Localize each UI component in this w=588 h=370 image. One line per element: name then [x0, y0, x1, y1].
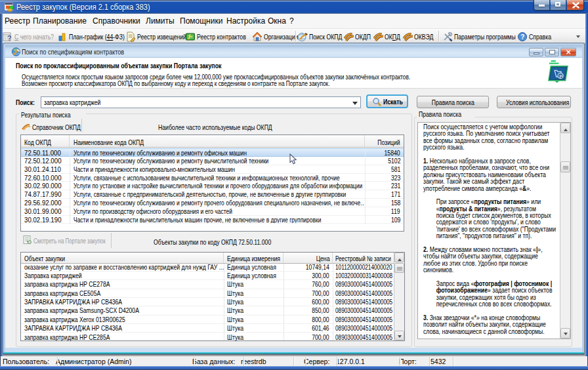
svg-text:P: P — [559, 73, 562, 79]
svg-text:?: ? — [520, 33, 524, 41]
svg-text:?: ? — [7, 34, 12, 42]
